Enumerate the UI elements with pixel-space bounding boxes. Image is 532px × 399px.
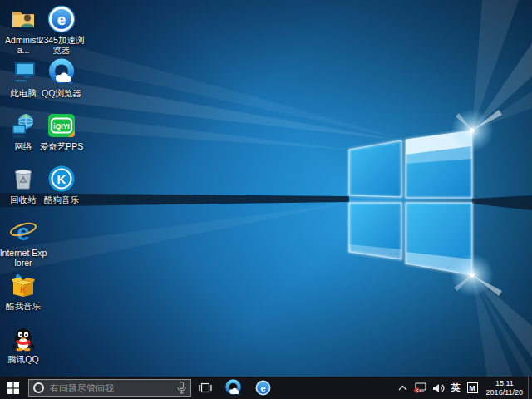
desktop-icon-label: QQ浏览器 xyxy=(42,88,81,98)
qq-browser-taskbar-icon xyxy=(224,379,242,397)
ime-mode-label: M xyxy=(467,382,478,393)
this-pc-icon xyxy=(9,58,37,86)
speaker-icon xyxy=(433,383,445,393)
desktop-icon-kugou-music[interactable]: K 酷狗音乐 xyxy=(37,165,86,216)
2345-browser-icon: e xyxy=(47,5,76,33)
desktop-icon-label: 回收站 xyxy=(10,195,37,204)
network-icon xyxy=(9,111,37,140)
language-indicator[interactable]: 英 xyxy=(448,377,464,399)
desktop-icon-label: 酷狗音乐 xyxy=(44,195,79,204)
task-view-button[interactable] xyxy=(193,377,218,399)
start-button[interactable] xyxy=(0,377,27,399)
system-tray: 英 M 15:11 2016/11/20 xyxy=(395,377,532,399)
user-folder-icon xyxy=(9,5,37,33)
clock-date: 2016/11/20 xyxy=(486,388,523,397)
search-input[interactable] xyxy=(48,382,173,394)
desktop-icon-label: 腾讯QQ xyxy=(7,354,38,364)
cortana-search-box[interactable] xyxy=(28,379,191,397)
2345-browser-taskbar-icon: e xyxy=(255,380,271,396)
network-status-button[interactable] xyxy=(411,377,430,399)
desktop-icon-tencent-qq[interactable]: 腾讯QQ xyxy=(0,324,47,376)
show-desktop-button[interactable] xyxy=(528,377,532,399)
clock-time: 15:11 xyxy=(495,379,514,388)
svg-text:e: e xyxy=(260,383,265,393)
recycle-bin-icon xyxy=(9,165,37,193)
cortana-icon xyxy=(33,382,44,393)
desktop-icon-iqiyi-pps[interactable]: iQIYI 爱奇艺PPS xyxy=(37,111,86,163)
qq-browser-icon xyxy=(47,58,76,86)
desktop-icon-kuwo-music[interactable]: K 酷我音乐 xyxy=(0,271,47,323)
taskbar-app-2345-browser[interactable]: e xyxy=(248,377,278,399)
desktop-icon-label: 网络 xyxy=(15,141,32,151)
tencent-qq-icon xyxy=(9,324,37,352)
kuwo-music-icon: K xyxy=(9,271,37,299)
ime-mode-button[interactable]: M xyxy=(464,377,481,399)
desktop-icon-label: 此电脑 xyxy=(10,88,37,98)
2345-letter: e xyxy=(57,11,66,28)
taskbar: e xyxy=(0,377,532,399)
chevron-up-icon xyxy=(398,385,407,391)
desktop-icon-label: 2345加速浏览器 xyxy=(37,35,86,55)
kuwo-letter: K xyxy=(20,285,27,295)
desktop-icon-2345-browser[interactable]: e 2345加速浏览器 xyxy=(37,5,86,57)
network-disconnected-icon xyxy=(414,382,426,393)
taskbar-app-qq-browser[interactable] xyxy=(218,377,248,399)
volume-button[interactable] xyxy=(430,377,448,399)
kugou-music-icon: K xyxy=(47,165,76,193)
windows-logo-icon xyxy=(7,382,19,394)
internet-explorer-icon: e xyxy=(9,218,37,246)
kugou-letter: K xyxy=(57,172,66,186)
desktop-icon-qq-browser[interactable]: QQ浏览器 xyxy=(37,58,86,110)
clock[interactable]: 15:11 2016/11/20 xyxy=(481,377,528,399)
task-view-icon xyxy=(199,382,212,393)
hidden-icons-button[interactable] xyxy=(395,377,411,399)
iqiyi-pps-icon: iQIYI xyxy=(47,111,76,140)
desktop-icon-label: 爱奇艺PPS xyxy=(40,141,84,151)
desktop-icon-label: 酷我音乐 xyxy=(6,301,41,311)
desktop-icon-internet-explorer[interactable]: e Internet Explorer xyxy=(0,218,47,269)
desktop-icon-label: Internet Explorer xyxy=(0,248,47,268)
iqiyi-wordmark: iQIYI xyxy=(53,122,69,131)
windows-desktop: Administra... 此电脑 网络 xyxy=(0,0,532,399)
microphone-icon[interactable] xyxy=(177,382,186,394)
